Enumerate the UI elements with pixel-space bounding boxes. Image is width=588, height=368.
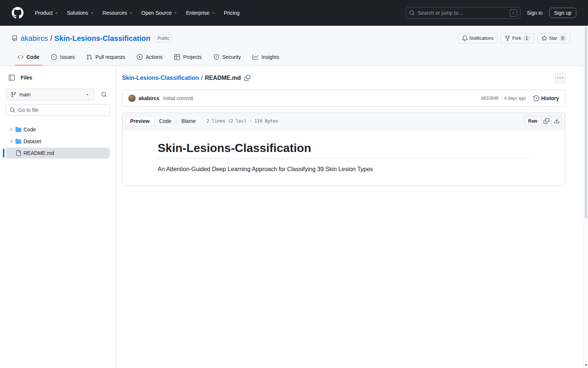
tree-item-label: Dataset (24, 138, 41, 144)
nav-label: Product (35, 10, 53, 16)
issue-opened-icon (51, 54, 57, 60)
sign-in-link[interactable]: Sign in (526, 8, 544, 18)
tree-item-readme[interactable]: README.md (6, 148, 110, 159)
tab-file-code[interactable]: Code (154, 116, 176, 126)
tree-item-label: Code (24, 127, 36, 132)
nav-enterprise[interactable]: Enterprise (182, 7, 220, 19)
search-this-repo-button[interactable] (98, 89, 110, 100)
tab-code[interactable]: Code (12, 49, 45, 66)
breadcrumb-file-name: README.md (205, 75, 241, 81)
tab-pull-requests[interactable]: Pull requests (80, 49, 131, 66)
git-pull-request-icon (86, 54, 92, 60)
avatar[interactable] (128, 95, 136, 102)
tab-label: Projects (183, 54, 202, 60)
file-view: Preview Code Blame 2 lines (2 loc) · 110… (122, 113, 565, 186)
more-options-button[interactable] (555, 73, 565, 83)
site-header: Product Solutions Resources Open Source … (0, 0, 588, 26)
copy-path-button[interactable] (244, 75, 250, 81)
nav-label: Pricing (224, 10, 240, 16)
nav-label: Solutions (67, 10, 88, 16)
star-button[interactable]: Star 0 (537, 33, 570, 43)
repo-header: akabircs / Skin-Lesions-Classification P… (0, 26, 588, 66)
tab-blame[interactable]: Blame (176, 116, 201, 126)
commit-author-link[interactable]: akabircs (139, 95, 159, 101)
commit-dot: · (501, 96, 502, 101)
file-icon (15, 150, 21, 156)
nav-pricing[interactable]: Pricing (220, 7, 244, 19)
history-label: History (541, 95, 559, 101)
scrollbar-down-arrow[interactable]: ▼ (584, 364, 588, 367)
header-right: / Sign in Sign up (406, 7, 576, 19)
breadcrumb-repo-link[interactable]: Skin-Lesions-Classification (122, 75, 199, 81)
tree-item-label: README.md (24, 150, 54, 156)
sign-up-button[interactable]: Sign up (549, 8, 576, 18)
vertical-scrollbar[interactable]: ▼ (584, 26, 588, 368)
chevron-down-icon (129, 11, 133, 15)
tab-label: Actions (146, 54, 162, 60)
tab-issues[interactable]: Issues (45, 49, 80, 66)
file-view-tabs: Preview Code Blame (125, 116, 201, 126)
chevron-down-icon (173, 11, 178, 15)
file-tree: Code Dataset README.md (6, 124, 110, 159)
tab-label: Security (222, 54, 241, 60)
github-logo[interactable] (12, 7, 24, 19)
page-body: Files main Code Dataset (0, 66, 588, 368)
history-icon (533, 95, 539, 101)
global-search-input[interactable] (415, 10, 510, 16)
file-meta-info: 2 lines (2 loc) · 110 Bytes (207, 118, 278, 124)
copy-icon (544, 118, 549, 124)
bell-icon (462, 35, 468, 41)
main-content: Skin-Lesions-Classification / README.md … (116, 66, 588, 368)
fork-icon (505, 35, 510, 41)
branch-row: main (6, 89, 110, 100)
tab-insights[interactable]: Insights (247, 49, 285, 66)
nav-product[interactable]: Product (31, 7, 63, 19)
breadcrumb: Skin-Lesions-Classification / README.md (122, 75, 241, 81)
star-count: 0 (559, 35, 566, 42)
tab-projects[interactable]: Projects (168, 49, 208, 66)
commit-sha-link[interactable]: d832649 (481, 96, 498, 101)
shield-icon (214, 54, 219, 60)
side-panel-icon (9, 75, 15, 81)
tab-label: Pull requests (95, 54, 125, 60)
commit-meta: d832649 · 4 days ago History (481, 95, 559, 101)
chevron-down-icon (85, 92, 90, 97)
tree-item-dataset[interactable]: Dataset (6, 136, 110, 147)
repo-separator: / (48, 34, 54, 43)
play-icon (137, 54, 143, 60)
nav-open-source[interactable]: Open Source (137, 7, 182, 19)
collapse-sidebar-button[interactable] (6, 72, 18, 84)
copy-raw-button[interactable] (541, 116, 551, 126)
notifications-button[interactable]: Notifications (458, 33, 498, 43)
tab-security[interactable]: Security (208, 49, 247, 66)
notifications-label: Notifications (470, 36, 494, 41)
raw-button[interactable]: Raw (524, 116, 541, 126)
history-link[interactable]: History (533, 95, 559, 101)
scrollbar-thumb[interactable] (585, 26, 587, 218)
go-to-file-input[interactable] (6, 104, 110, 116)
tab-preview[interactable]: Preview (125, 116, 154, 126)
git-branch-icon (11, 92, 17, 98)
nav-solutions[interactable]: Solutions (63, 7, 98, 19)
kebab-horizontal-icon (557, 75, 563, 81)
go-to-file (6, 104, 110, 116)
chevron-right-icon (9, 127, 13, 132)
search-icon (409, 10, 415, 16)
download-raw-button[interactable] (551, 116, 562, 126)
latest-commit-bar: akabircs Initial commit d832649 · 4 days… (122, 90, 565, 107)
primary-nav: Product Solutions Resources Open Source … (31, 7, 244, 19)
files-header: Files (6, 72, 110, 84)
repo-owner-link[interactable]: akabircs (21, 34, 48, 43)
tab-label: Insights (261, 54, 279, 60)
branch-selector[interactable]: main (6, 89, 94, 100)
graph-icon (252, 54, 258, 60)
tab-actions[interactable]: Actions (131, 49, 168, 66)
nav-resources[interactable]: Resources (98, 7, 137, 19)
branch-name: main (19, 92, 31, 98)
commit-message-link[interactable]: Initial commit (163, 95, 193, 101)
fork-button[interactable]: Fork 1 (501, 33, 534, 43)
repo-name-link[interactable]: Skin-Lesions-Classification (54, 34, 150, 43)
table-icon (174, 54, 180, 60)
file-view-header: Preview Code Blame 2 lines (2 loc) · 110… (122, 113, 565, 130)
tree-item-code[interactable]: Code (6, 124, 110, 135)
